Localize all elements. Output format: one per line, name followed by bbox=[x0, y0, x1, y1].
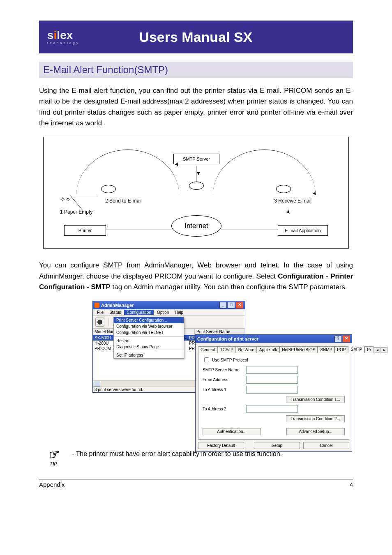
from-address-input[interactable] bbox=[246, 376, 298, 384]
header-banner: silex technology Users Manual SX bbox=[39, 21, 353, 53]
p2-f: SMTP bbox=[91, 283, 111, 291]
authentication-button[interactable]: Authentication... bbox=[203, 428, 261, 435]
p2-b: Configuration bbox=[278, 272, 323, 280]
p2-e: - bbox=[85, 283, 91, 291]
tab-scroll-right[interactable]: ▸ bbox=[381, 347, 387, 352]
tab-netbeui[interactable]: NetBEUI/NetBIOS bbox=[279, 346, 318, 353]
from-address-label: From Address bbox=[203, 378, 244, 382]
send-email-label: 2 Send to E-mail bbox=[105, 198, 142, 204]
menu-configuration[interactable]: Configuration bbox=[124, 310, 153, 315]
transmission-condition-1-button[interactable]: Transmission Condition 1... bbox=[286, 396, 345, 403]
vertical-line bbox=[196, 166, 196, 182]
dropdown-set-ip[interactable]: Set IP address bbox=[114, 352, 184, 358]
config-titlebar[interactable]: Configuration of print server ? ✕ bbox=[196, 335, 352, 343]
tab-smtp[interactable]: SMTP bbox=[348, 346, 364, 353]
tab-scroll-left[interactable]: ◂ bbox=[374, 347, 380, 352]
close-button[interactable]: ✕ bbox=[236, 302, 243, 309]
config-window: Configuration of print server ? ✕ Genera… bbox=[195, 334, 352, 452]
line-printer-internet bbox=[106, 230, 171, 230]
tab-content: Use SMTP Protocol SMTP Server Name From … bbox=[198, 353, 349, 440]
cancel-button[interactable]: Cancel bbox=[303, 442, 349, 449]
p2-g: tag on Admin manager utility. You can th… bbox=[111, 283, 347, 291]
dropdown-print-server-config[interactable]: Print Server Configuration... bbox=[114, 317, 184, 323]
smtp-server-name-label: SMTP Server Name bbox=[203, 368, 244, 372]
adminmanager-titlebar[interactable]: AdminManager _ □ ✕ bbox=[93, 301, 245, 309]
section-heading: E-Mail Alert Function(SMTP) bbox=[39, 62, 353, 78]
intro-paragraph: Using the E-mail alert function, you can… bbox=[39, 85, 353, 129]
tab-strip: General TCP/IP NetWare AppleTalk NetBEUI… bbox=[198, 345, 349, 353]
menu-help[interactable]: Help bbox=[172, 310, 186, 315]
manual-title: Users Manual SX bbox=[80, 29, 312, 45]
transmission-condition-2-button[interactable]: Transmission Condition 2... bbox=[286, 415, 345, 422]
smtp-diagram: SMTP Server ➤ ▼ ➤ 2 Send to E-mail 3 Rec… bbox=[43, 137, 349, 249]
use-smtp-label: Use SMTP Protocol bbox=[212, 358, 248, 362]
minimize-button[interactable]: _ bbox=[219, 302, 227, 309]
use-smtp-checkbox-row: Use SMTP Protocol bbox=[203, 356, 345, 364]
to-address-1-input[interactable] bbox=[246, 386, 298, 394]
menu-status[interactable]: Status bbox=[107, 310, 123, 315]
configuration-dropdown: Print Server Configuration... Configurat… bbox=[113, 317, 184, 359]
email-app-node: E-mail Application bbox=[278, 225, 328, 236]
adminmanager-app-icon bbox=[95, 303, 99, 308]
to-address-2-input[interactable] bbox=[246, 405, 298, 413]
tab-pop[interactable]: POP bbox=[334, 346, 348, 353]
factory-default-button[interactable]: Factory Default bbox=[198, 442, 244, 449]
status-left: 3 print servers were found. bbox=[95, 387, 143, 392]
menubar: File Status Configuration Option Help bbox=[93, 309, 245, 316]
logo-subtext: technology bbox=[47, 41, 80, 45]
arrowhead-to-app: ➤ bbox=[285, 208, 292, 216]
page-footer: Appendix 4 bbox=[39, 479, 353, 488]
printer-node: Printer bbox=[64, 225, 106, 236]
help-button[interactable]: ? bbox=[334, 336, 342, 342]
p2-c: - bbox=[324, 272, 330, 280]
tab-general[interactable]: General bbox=[198, 346, 218, 353]
sprinkle-icon: ✧✧ bbox=[60, 196, 71, 203]
to-address-2-label: To Address 2 bbox=[203, 407, 244, 411]
dropdown-restart[interactable]: Restart bbox=[114, 338, 184, 344]
to-address-1-label: To Address 1 bbox=[203, 387, 244, 392]
config-close-button[interactable]: ✕ bbox=[343, 336, 350, 342]
footer-right: 4 bbox=[350, 481, 353, 488]
tab-tcpip[interactable]: TCP/IP bbox=[218, 346, 236, 353]
line-internet-app bbox=[221, 230, 286, 230]
dropdown-separator-1 bbox=[114, 336, 184, 337]
config-paragraph: You can configure SMTP from AdminManager… bbox=[39, 260, 353, 292]
center-cloud-icon bbox=[189, 182, 204, 190]
tip-icon-block: ☞ TIP bbox=[43, 449, 64, 467]
setup-button[interactable]: Setup bbox=[254, 442, 300, 449]
tab-snmp[interactable]: SNMP bbox=[318, 346, 334, 353]
receive-email-label: 3 Receive E-mail bbox=[274, 198, 311, 204]
menu-option[interactable]: Option bbox=[154, 310, 171, 315]
tab-appletalk[interactable]: AppleTalk bbox=[257, 346, 279, 353]
use-smtp-checkbox[interactable] bbox=[204, 357, 209, 362]
right-arc bbox=[213, 150, 316, 195]
hand-icon: ☞ bbox=[42, 447, 65, 463]
maximize-button[interactable]: □ bbox=[228, 302, 235, 309]
tab-pr[interactable]: Pr bbox=[364, 346, 374, 353]
dropdown-separator-2 bbox=[114, 351, 184, 351]
col-print-server-name[interactable]: Print Server Name bbox=[195, 329, 245, 335]
left-arc bbox=[76, 150, 179, 195]
arrowhead-down: ▼ bbox=[196, 170, 201, 176]
dropdown-diag-status[interactable]: Diagnostic Status Page bbox=[114, 344, 184, 350]
adminmanager-title: AdminManager bbox=[101, 303, 134, 308]
config-title: Configuration of print server bbox=[197, 336, 258, 341]
dropdown-config-telnet[interactable]: Configuration via TELNET bbox=[114, 329, 184, 336]
logo-letters-lex: lex bbox=[57, 29, 73, 41]
menu-file[interactable]: File bbox=[95, 310, 106, 315]
advanced-setup-button[interactable]: Advanced Setup... bbox=[286, 428, 345, 435]
toolbar-separator bbox=[108, 318, 109, 326]
screenshot-area: AdminManager _ □ ✕ File Status Configura… bbox=[39, 301, 353, 440]
silex-logo: silex technology bbox=[47, 30, 80, 45]
footer-left: Appendix bbox=[39, 481, 65, 488]
logo-letter-s: s bbox=[47, 29, 54, 41]
search-icon[interactable] bbox=[95, 318, 104, 327]
dropdown-config-web[interactable]: Configuration via Web browser bbox=[114, 323, 184, 329]
internet-node: Internet bbox=[171, 215, 221, 237]
smtp-server-name-input[interactable] bbox=[246, 366, 298, 374]
tab-netware[interactable]: NetWare bbox=[236, 346, 257, 353]
